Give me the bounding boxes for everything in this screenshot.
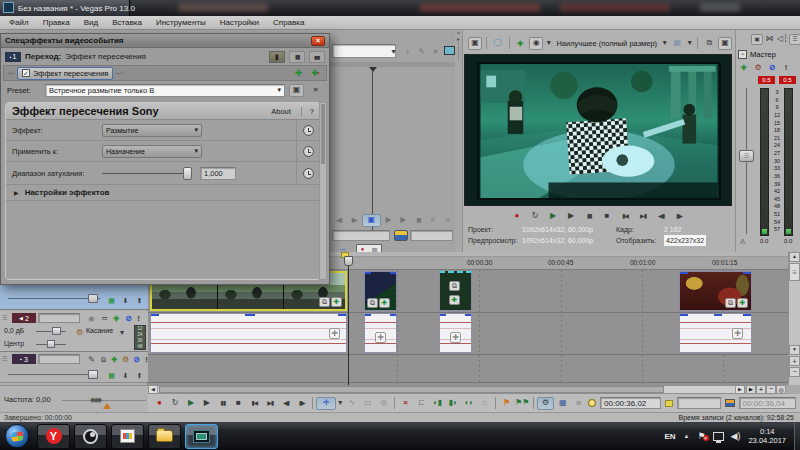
insert-region-button[interactable]: ⚑⚑ bbox=[515, 397, 530, 410]
track1-fx-badge-icon[interactable]: ▦ bbox=[104, 294, 119, 307]
master-fader-handle[interactable]: ☰ bbox=[739, 150, 754, 162]
range-animate-icon[interactable] bbox=[303, 168, 314, 179]
split-button[interactable]: ◖◗ bbox=[461, 397, 476, 410]
stop-button[interactable] bbox=[231, 397, 246, 410]
range-slider[interactable] bbox=[102, 167, 192, 180]
insert-bus-icon[interactable]: ▣ bbox=[751, 34, 763, 45]
auto-ripple-button[interactable]: ▦ bbox=[555, 397, 570, 410]
quality-dropdown-icon[interactable] bbox=[661, 37, 668, 50]
loop-playback-button[interactable] bbox=[168, 397, 183, 410]
grid-overlay-icon[interactable]: ▦ bbox=[670, 37, 684, 50]
clip-handle[interactable] bbox=[440, 313, 446, 316]
track2-automation-mode[interactable]: Касание bbox=[86, 327, 113, 334]
delete-button[interactable]: × bbox=[398, 397, 413, 410]
clip-handle[interactable] bbox=[151, 313, 159, 316]
track1-slider-handle[interactable] bbox=[88, 294, 98, 303]
about-button[interactable]: About bbox=[271, 107, 291, 116]
trimmer-field-start[interactable] bbox=[332, 230, 390, 241]
trimmer-audio-icon[interactable]: ♪ bbox=[400, 45, 415, 58]
play-button[interactable] bbox=[199, 397, 214, 410]
loop-playback-button[interactable] bbox=[528, 209, 543, 222]
track2-name-field[interactable] bbox=[38, 313, 80, 323]
progress-mode-3-button[interactable]: ▮▮▮ bbox=[309, 51, 325, 63]
dialog-scroll-thumb[interactable] bbox=[321, 104, 325, 164]
taskbar-yandex-browser[interactable]: Y bbox=[37, 424, 70, 449]
timecode-current-field[interactable]: 00:00:36,02 bbox=[600, 397, 661, 409]
track-header-2[interactable]: ☰ ◀2 ◉ ≂ 0,0 дБ Касание Центр 12243648 bbox=[0, 311, 148, 352]
preview-quality-select[interactable]: Наилучшее (полный размер) bbox=[556, 39, 657, 48]
selection-field[interactable] bbox=[677, 397, 721, 409]
effect-select[interactable]: Размытие bbox=[102, 124, 202, 137]
menu-item[interactable]: Справка bbox=[266, 17, 311, 28]
clip-handle[interactable] bbox=[390, 271, 396, 274]
delete-preset-icon[interactable] bbox=[308, 84, 323, 97]
preset-dropdown-icon[interactable]: ▾ bbox=[277, 86, 281, 94]
external-monitor-icon[interactable]: 🖵 bbox=[491, 37, 505, 50]
event-fx-icon[interactable]: ✚ bbox=[449, 295, 460, 305]
event-move-icon[interactable]: ✛ bbox=[329, 328, 340, 339]
video-fx-icon[interactable] bbox=[513, 37, 527, 50]
clip-handle[interactable] bbox=[714, 313, 722, 316]
pause-button[interactable] bbox=[582, 209, 597, 222]
vzoom-in-button[interactable]: + bbox=[789, 356, 800, 366]
dialog-scrollbar[interactable] bbox=[319, 102, 327, 280]
next-frame-button[interactable] bbox=[294, 397, 309, 410]
taskbar-explorer[interactable] bbox=[148, 424, 181, 449]
trim-start-button[interactable]: ⊏ bbox=[414, 397, 429, 410]
range-value-field[interactable]: 1,000 bbox=[200, 167, 236, 180]
timecode-end-field[interactable]: 00:00:36,04 bbox=[739, 397, 796, 409]
split-left-button[interactable]: ◖▮ bbox=[430, 397, 445, 410]
trim-more-icon[interactable]: ≡ bbox=[426, 214, 440, 227]
peak-right-badge[interactable]: 0.5 bbox=[779, 76, 796, 84]
automation-gear-icon[interactable] bbox=[752, 61, 764, 74]
vscroll-up-button[interactable]: ▲ bbox=[789, 252, 800, 262]
progress-mode-2-button[interactable]: ▮▮ bbox=[289, 51, 305, 63]
clip-handle[interactable] bbox=[365, 271, 371, 274]
combo-arrow-icon[interactable]: ▾ bbox=[386, 45, 401, 58]
start-button[interactable] bbox=[5, 424, 29, 448]
event-move-icon[interactable]: ✛ bbox=[450, 332, 461, 343]
event-move-icon[interactable]: ✛ bbox=[732, 328, 743, 339]
menu-item[interactable]: Инструменты bbox=[149, 17, 213, 28]
panel-handle[interactable]: ×▸┊┊┊ bbox=[455, 30, 463, 252]
track3-drag-handle[interactable]: ☰ bbox=[2, 355, 7, 362]
taskbar-photo-app[interactable] bbox=[111, 424, 144, 449]
audio-clip-selected[interactable]: ✛ bbox=[150, 313, 347, 353]
video-clip[interactable]: ⧉ ✚ bbox=[439, 271, 472, 311]
tray-clock[interactable]: 0:1423.04.2017 bbox=[748, 427, 786, 445]
trimmer-close-icon[interactable] bbox=[428, 45, 443, 58]
expand-arrow-icon[interactable]: ▶ bbox=[14, 189, 19, 196]
show-desktop-button[interactable] bbox=[794, 422, 800, 450]
trim-overflow-icon[interactable]: » bbox=[441, 214, 455, 227]
pan-crop-icon[interactable]: ⧉ bbox=[319, 297, 330, 307]
zoom-edit-tool-button[interactable] bbox=[376, 397, 391, 410]
menu-item[interactable]: Файл bbox=[2, 17, 36, 28]
clip-handle[interactable] bbox=[743, 313, 751, 316]
tray-expand-icon[interactable]: ▲ bbox=[684, 433, 690, 439]
dialog-close-icon[interactable]: × bbox=[311, 36, 325, 46]
selection-tool-button[interactable] bbox=[361, 397, 376, 410]
insert-marker-button[interactable]: ⚑ bbox=[499, 397, 514, 410]
clip-handle[interactable] bbox=[390, 313, 396, 316]
track3-name-field[interactable] bbox=[38, 354, 80, 364]
tracks-area[interactable]: ⧉ ✚ ✛ ⧉ ✚ ✛ ⧉ bbox=[148, 270, 788, 385]
go-to-start-button[interactable] bbox=[618, 209, 633, 222]
mixer-properties-icon[interactable]: ☰ bbox=[789, 34, 800, 45]
go-to-end-button[interactable] bbox=[636, 209, 651, 222]
track2-pan-handle[interactable] bbox=[47, 340, 55, 348]
apply-animate-icon[interactable] bbox=[303, 146, 314, 157]
peak-left-badge[interactable]: 0.5 bbox=[758, 76, 775, 84]
track-header-3[interactable]: ☰ ▪3 ✎ ▦ ⬇ ⬆ bbox=[0, 352, 148, 383]
track1-expand-up-icon[interactable]: ⬆ bbox=[132, 294, 147, 307]
trim-play2-icon[interactable] bbox=[396, 214, 410, 227]
clip-handle[interactable] bbox=[680, 271, 688, 274]
trim-pause-icon[interactable] bbox=[411, 214, 425, 227]
event-move-icon[interactable]: ✛ bbox=[375, 332, 386, 343]
pan-crop-icon[interactable]: ⧉ bbox=[449, 281, 460, 291]
zoom-tool-button[interactable]: ◎ bbox=[776, 385, 786, 394]
timeline-hscrollbar[interactable]: ◀ ▶ bbox=[148, 385, 745, 394]
audio-clip[interactable]: ✛ bbox=[364, 313, 397, 353]
track1-expand-down-icon[interactable]: ⬇ bbox=[118, 294, 133, 307]
ignore-grouping-button[interactable]: ⧈ bbox=[571, 397, 586, 410]
track3-down-icon[interactable]: ⬇ bbox=[118, 369, 133, 382]
